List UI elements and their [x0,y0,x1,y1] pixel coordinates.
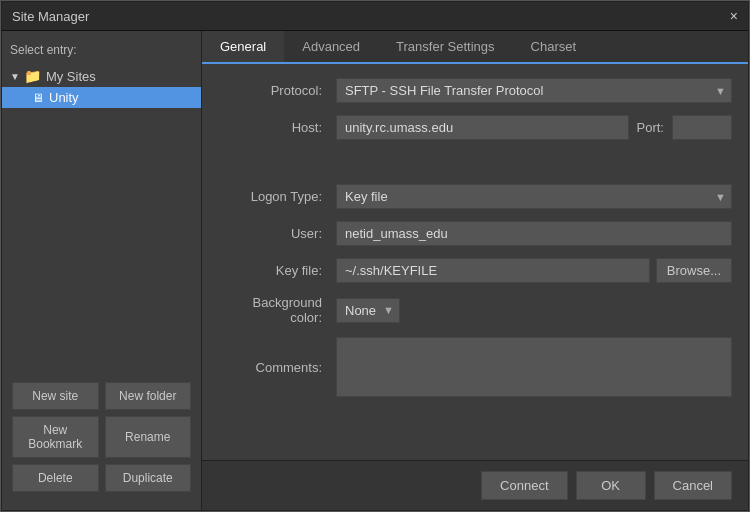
keyfile-group: Browse... [336,258,732,283]
tree-child-label: Unity [49,90,79,105]
spacer [218,152,732,172]
host-port-group: Port: [336,115,732,140]
folder-icon: 📁 [24,68,41,84]
connect-button[interactable]: Connect [481,471,567,500]
select-entry-label: Select entry: [2,39,201,65]
host-label: Host: [218,120,328,135]
keyfile-row: Key file: Browse... [218,258,732,283]
tab-charset[interactable]: Charset [513,31,595,64]
user-label: User: [218,226,328,241]
ok-button[interactable]: OK [576,471,646,500]
tab-advanced[interactable]: Advanced [284,31,378,64]
cancel-button[interactable]: Cancel [654,471,732,500]
computer-icon: 🖥 [32,91,44,105]
tree-root-item[interactable]: ▼ 📁 My Sites [2,65,201,87]
host-row: Host: Port: [218,115,732,140]
browse-button[interactable]: Browse... [656,258,732,283]
port-label: Port: [637,120,664,135]
user-input[interactable] [336,221,732,246]
bgcolor-dropdown-wrapper: None ▼ [336,298,400,323]
rename-button[interactable]: Rename [105,416,192,458]
tab-general[interactable]: General [202,31,284,64]
tree-child-unity[interactable]: 🖥 Unity [2,87,201,108]
title-bar: Site Manager × [2,2,748,31]
protocol-select[interactable]: SFTP - SSH File Transfer Protocol [336,78,732,103]
port-input[interactable] [672,115,732,140]
user-row: User: [218,221,732,246]
logon-type-row: Logon Type: Key file ▼ [218,184,732,209]
right-panel: General Advanced Transfer Settings Chars… [202,31,748,510]
dialog-title: Site Manager [12,9,89,24]
footer-buttons: Connect OK Cancel [202,460,748,510]
bgcolor-label: Background color: [218,295,328,325]
comments-input[interactable] [336,337,732,397]
host-input[interactable] [336,115,629,140]
bgcolor-row: Background color: None ▼ [218,295,732,325]
bgcolor-select[interactable]: None [336,298,400,323]
bgcolor-group: None ▼ [336,298,400,323]
tree-arrow-icon: ▼ [10,71,20,82]
new-folder-button[interactable]: New folder [105,382,192,410]
close-button[interactable]: × [730,8,738,24]
form-area: Protocol: SFTP - SSH File Transfer Proto… [202,64,748,460]
duplicate-button[interactable]: Duplicate [105,464,192,492]
keyfile-input[interactable] [336,258,650,283]
comments-row: Comments: [218,337,732,397]
new-bookmark-button[interactable]: New Bookmark [12,416,99,458]
tabs-bar: General Advanced Transfer Settings Chars… [202,31,748,64]
keyfile-label: Key file: [218,263,328,278]
delete-button[interactable]: Delete [12,464,99,492]
left-panel: Select entry: ▼ 📁 My Sites 🖥 Unity New s… [2,31,202,510]
comments-label: Comments: [218,360,328,375]
protocol-label: Protocol: [218,83,328,98]
logon-type-select[interactable]: Key file [336,184,732,209]
logon-type-dropdown-wrapper: Key file ▼ [336,184,732,209]
logon-type-label: Logon Type: [218,189,328,204]
new-site-button[interactable]: New site [12,382,99,410]
main-content: Select entry: ▼ 📁 My Sites 🖥 Unity New s… [2,31,748,510]
protocol-dropdown-wrapper: SFTP - SSH File Transfer Protocol ▼ [336,78,732,103]
protocol-row: Protocol: SFTP - SSH File Transfer Proto… [218,78,732,103]
site-manager-dialog: Site Manager × Select entry: ▼ 📁 My Site… [1,1,749,511]
left-buttons-area: New site New folder New Bookmark Rename … [2,372,201,502]
tree-root-label: My Sites [46,69,96,84]
tab-transfer-settings[interactable]: Transfer Settings [378,31,513,64]
